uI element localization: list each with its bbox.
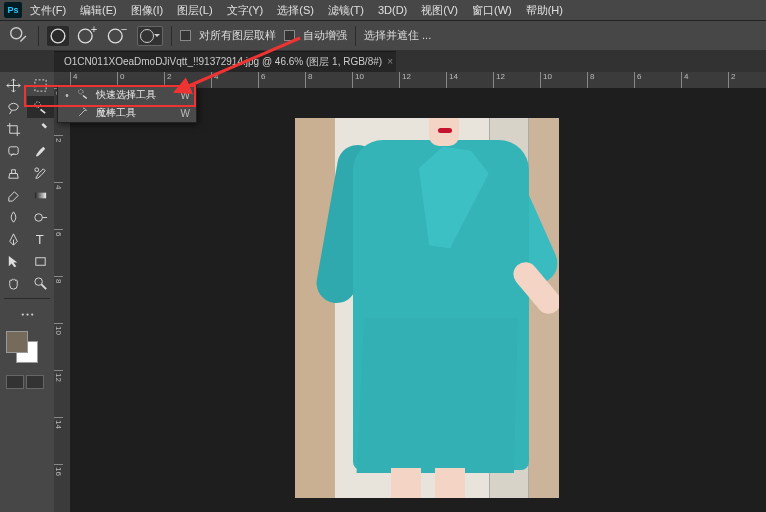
active-dot-icon: • [64,90,70,101]
menu-edit[interactable]: 编辑(E) [74,1,123,20]
add-selection-icon[interactable]: + [77,26,99,46]
document-tab-bar: O1CN011XOeaDmoDJiVqtt_!!91372914.jpg @ 4… [0,50,766,72]
type-tool[interactable]: T [27,228,54,250]
document-tab-title: O1CN011XOeaDmoDJiVqtt_!!91372914.jpg @ 4… [64,56,382,67]
clone-stamp-tool[interactable] [0,162,27,184]
flyout-item-label: 快速选择工具 [96,88,156,102]
edit-toolbar-icon[interactable] [0,303,54,325]
svg-rect-13 [36,257,45,265]
quick-select-tool[interactable] [27,96,54,118]
select-and-mask-button[interactable]: 选择并遮住 ... [364,28,431,43]
ruler-tick: 4 [54,182,63,229]
svg-point-14 [35,277,43,285]
svg-text:+: + [91,25,97,35]
ruler-tick: 6 [258,72,305,88]
foreground-color-swatch[interactable] [6,331,28,353]
magic-wand-icon [76,106,90,120]
ruler-tick: 4 [211,72,258,88]
flyout-quick-select[interactable]: • 快速选择工具 W [58,86,196,104]
dodge-tool[interactable] [27,206,54,228]
brush-size-picker[interactable] [137,26,163,46]
canvas-stage[interactable] [70,88,766,512]
svg-point-11 [35,213,43,221]
document-image[interactable] [295,118,559,498]
auto-enhance-label: 自动增强 [303,28,347,43]
canvas-area: 4 0 2 4 6 8 10 12 14 12 10 8 6 4 2 0 2 4… [54,72,766,512]
close-icon[interactable]: × [387,56,393,67]
ruler-tick: 8 [587,72,634,88]
new-selection-icon[interactable] [47,26,69,46]
zoom-tool[interactable] [27,272,54,294]
brush-tool[interactable] [27,140,54,162]
pen-tool[interactable] [0,228,27,250]
menu-select[interactable]: 选择(S) [271,1,320,20]
document-tab[interactable]: O1CN011XOeaDmoDJiVqtt_!!91372914.jpg @ 4… [54,51,396,72]
subtract-selection-icon[interactable]: − [107,26,129,46]
flyout-shortcut: W [181,108,190,119]
menu-window[interactable]: 窗口(W) [466,1,518,20]
svg-point-7 [35,101,41,107]
ruler-tick: 12 [399,72,446,88]
options-bar: + − 对所有图层取样 自动增强 选择并遮住 ... [0,20,766,50]
svg-text:T: T [36,232,44,247]
ruler-tick: 10 [352,72,399,88]
ruler-tick: 12 [493,72,540,88]
quick-select-icon [76,88,90,102]
flyout-magic-wand[interactable]: 魔棒工具 W [58,104,196,122]
svg-point-16 [26,313,28,315]
ruler-tick: 10 [54,323,63,370]
ruler-tick: 6 [54,229,63,276]
quick-mask-mode-icon[interactable] [6,375,24,389]
vertical-ruler[interactable]: 0 2 4 6 8 10 12 14 16 [54,88,70,512]
rect-marquee-tool[interactable] [27,74,54,96]
svg-point-1 [51,29,65,43]
auto-enhance-checkbox[interactable] [284,30,295,41]
menu-layer[interactable]: 图层(L) [171,1,218,20]
ruler-tick: 4 [681,72,728,88]
tools-panel: T [0,72,54,512]
svg-point-17 [31,313,33,315]
ruler-tick: 8 [305,72,352,88]
ruler-tick: 6 [634,72,681,88]
path-select-tool[interactable] [0,250,27,272]
screen-mode-icon[interactable] [26,375,44,389]
menu-filter[interactable]: 滤镜(T) [322,1,370,20]
ruler-tick: 10 [540,72,587,88]
gradient-tool[interactable] [27,184,54,206]
menu-view[interactable]: 视图(V) [415,1,464,20]
hand-tool[interactable] [0,272,27,294]
healing-brush-tool[interactable] [0,140,27,162]
rectangle-tool[interactable] [27,250,54,272]
lasso-tool[interactable] [0,96,27,118]
svg-rect-8 [9,146,18,154]
history-brush-tool[interactable] [27,162,54,184]
tool-preset-icon[interactable] [8,26,30,46]
blur-tool[interactable] [0,206,27,228]
ruler-tick: 2 [728,72,766,88]
separator [171,26,172,46]
svg-point-0 [11,27,22,38]
crop-tool[interactable] [0,118,27,140]
svg-point-18 [79,90,84,95]
separator [38,26,39,46]
eraser-tool[interactable] [0,184,27,206]
sample-all-layers-checkbox[interactable] [180,30,191,41]
flyout-item-label: 魔棒工具 [96,106,136,120]
menu-file[interactable]: 文件(F) [24,1,72,20]
svg-rect-6 [35,79,46,90]
tool-flyout-menu: • 快速选择工具 W 魔棒工具 W [57,85,197,123]
menu-3d[interactable]: 3D(D) [372,2,413,18]
svg-text:−: − [121,25,127,35]
app-logo: Ps [4,2,22,18]
menu-image[interactable]: 图像(I) [125,1,169,20]
menu-type[interactable]: 文字(Y) [221,1,270,20]
move-tool[interactable] [0,74,27,96]
color-swatches[interactable] [6,331,46,367]
eyedropper-tool[interactable] [27,118,54,140]
ruler-tick: 2 [54,135,63,182]
menu-help[interactable]: 帮助(H) [520,1,569,20]
ruler-tick: 12 [54,370,63,417]
ruler-tick: 16 [54,464,63,511]
svg-point-15 [21,313,23,315]
separator [355,26,356,46]
